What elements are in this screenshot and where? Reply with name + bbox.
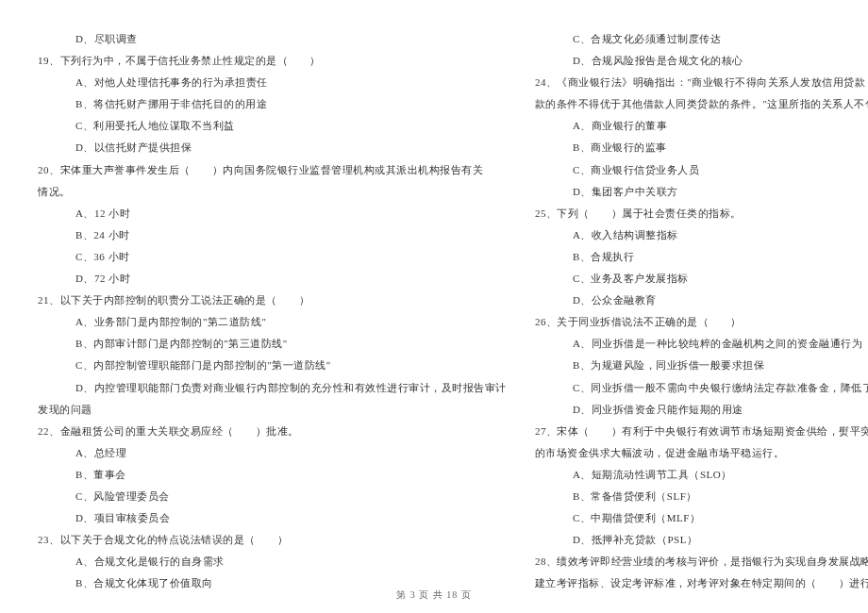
right-line: 28、绩效考评即经营业绩的考核与评价，是指银行为实现自身发展战略和落实监管要求，… — [535, 551, 868, 572]
right-line: A、收入结构调整指标 — [535, 224, 868, 246]
right-column: C、合规文化必须通过制度传达D、合规风险报告是合规文化的核心24、《商业银行法》… — [535, 28, 868, 547]
left-line: D、项目审核委员会 — [38, 507, 507, 529]
left-column: D、尽职调查19、下列行为中，不属于信托业务禁止性规定的是（ ）A、对他人处理信… — [38, 28, 507, 547]
left-line: A、对他人处理信托事务的行为承担责任 — [38, 72, 507, 93]
left-line: B、24 小时 — [38, 224, 507, 246]
left-line: 情况。 — [38, 181, 507, 203]
left-line: 19、下列行为中，不属于信托业务禁止性规定的是（ ） — [38, 50, 507, 72]
right-line: 27、宋体（ ）有利于中央银行有效调节市场短期资金供给，熨平突发性、临时性因素导… — [535, 421, 868, 442]
right-line: B、常备借贷便利（SLF） — [535, 486, 868, 507]
right-line: 26、关于同业拆借说法不正确的是（ ） — [535, 311, 868, 333]
right-line: C、业务及客户发展指标 — [535, 268, 868, 290]
left-line: B、内部审计部门是内部控制的"第三道防线" — [38, 333, 507, 355]
left-line: D、尽职调查 — [38, 28, 507, 50]
right-line: D、同业拆借资金只能作短期的用途 — [535, 399, 868, 421]
right-line: C、中期借贷便利（MLF） — [535, 507, 868, 529]
left-line: C、36 小时 — [38, 246, 507, 268]
right-line: D、集团客户中关联方 — [535, 181, 868, 203]
left-line: 23、以下关于合规文化的特点说法错误的是（ ） — [38, 529, 507, 551]
right-line: 款的条件不得优于其他借款人同类贷款的条件。"这里所指的关系人不包括（ ） — [535, 93, 868, 115]
right-line: 25、下列（ ）属于社会责任类的指标。 — [535, 203, 868, 224]
left-line: A、合规文化是银行的自身需求 — [38, 551, 507, 572]
right-line: D、合规风险报告是合规文化的核心 — [535, 50, 868, 72]
left-line: D、以信托财产提供担保 — [38, 137, 507, 158]
right-line: 的市场资金供求大幅波动，促进金融市场平稳运行。 — [535, 442, 868, 464]
right-line: B、合规执行 — [535, 246, 868, 268]
right-line: A、同业拆借是一种比较纯粹的金融机构之间的资金融通行为 — [535, 333, 868, 355]
left-line: C、内部控制管理职能部门是内部控制的"第一道防线" — [38, 355, 507, 376]
right-line: D、公众金融教育 — [535, 290, 868, 311]
right-line: A、商业银行的董事 — [535, 115, 868, 137]
page-footer: 第 3 页 共 18 页 — [0, 588, 868, 602]
left-line: A、业务部门是内部控制的"第二道防线" — [38, 311, 507, 333]
left-line: C、风险管理委员会 — [38, 486, 507, 507]
left-line: B、董事会 — [38, 464, 507, 486]
left-line: A、12 小时 — [38, 203, 507, 224]
left-line: 21、以下关于内部控制的职责分工说法正确的是（ ） — [38, 290, 507, 311]
right-line: 24、《商业银行法》明确指出："商业银行不得向关系人发放信用贷款；向关系人发放担… — [535, 72, 868, 93]
right-line: B、商业银行的监事 — [535, 137, 868, 158]
left-line: A、总经理 — [38, 442, 507, 464]
right-line: C、合规文化必须通过制度传达 — [535, 28, 868, 50]
left-line: 20、宋体重大声誉事件发生后（ ）内向国务院银行业监督管理机构或其派出机构报告有… — [38, 159, 507, 181]
right-line: D、抵押补充贷款（PSL） — [535, 529, 868, 551]
right-line: C、同业拆借一般不需向中央银行缴纳法定存款准备金，降低了银行的筹资成本 — [535, 377, 868, 399]
right-line: B、为规避风险，同业拆借一般要求担保 — [535, 355, 868, 376]
left-line: C、利用受托人地位谋取不当利益 — [38, 115, 507, 137]
left-line: D、内控管理职能部门负责对商业银行内部控制的充分性和有效性进行审计，及时报告审计 — [38, 377, 507, 399]
left-line: 发现的问题 — [38, 399, 507, 421]
left-line: 22、金融租赁公司的重大关联交易应经（ ）批准。 — [38, 421, 507, 442]
right-line: C、商业银行信贷业务人员 — [535, 159, 868, 181]
document-page: D、尽职调查19、下列行为中，不属于信托业务禁止性规定的是（ ）A、对他人处理信… — [0, 0, 868, 575]
left-line: D、72 小时 — [38, 268, 507, 290]
left-line: B、将信托财产挪用于非信托目的的用途 — [38, 93, 507, 115]
right-line: A、短期流动性调节工具（SLO） — [535, 464, 868, 486]
